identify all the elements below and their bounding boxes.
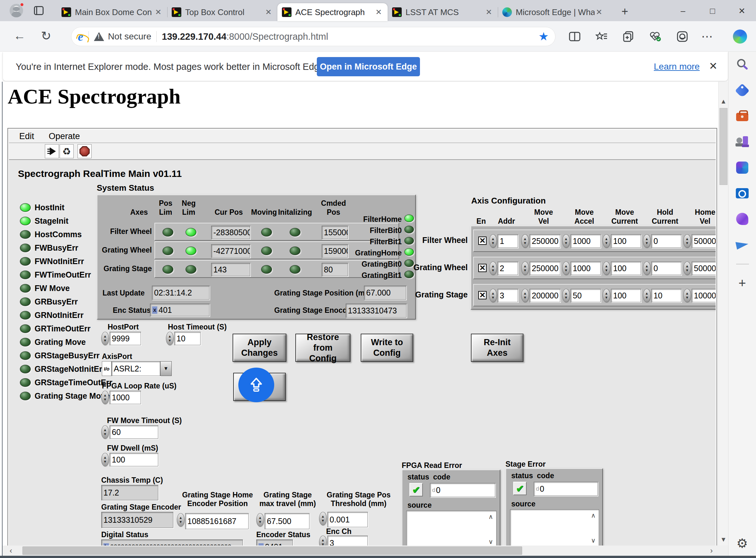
workspaces-icon[interactable] [34,6,44,15]
maximize-button[interactable]: □ [703,4,721,17]
move-vel-spinner[interactable]: ▲▼ [521,234,529,248]
move-current-spinner[interactable]: ▲▼ [602,289,610,302]
vertical-scrollbar[interactable]: ▲ ▼ [718,82,728,546]
close-icon[interactable]: ✕ [484,8,493,17]
close-icon[interactable]: ✕ [595,8,603,17]
addr-spinner[interactable]: ▲▼ [489,234,497,248]
close-icon[interactable]: ✕ [264,8,273,17]
gs-pos-threshold-field[interactable]: 0.001 [327,512,368,527]
fw-dwell-spinner[interactable]: ▲▼ [101,453,109,466]
enc-ch-field[interactable]: 3 [327,536,368,546]
hold-current-field[interactable]: 10 [651,289,681,302]
host-timeout-spinner[interactable]: ▲▼ [166,332,173,345]
outlook-icon[interactable] [735,186,749,200]
hold-current-field[interactable]: 0 [651,234,681,248]
copilot-icon[interactable] [732,28,748,45]
home-vel-spinner[interactable]: ▲▼ [683,289,691,302]
enable-checkbox[interactable] [478,236,487,245]
tab-main-box-dome[interactable]: Main Box Dome Con ✕ [57,3,167,21]
axis-port-field[interactable]: ASRL2: [111,361,160,376]
more-icon[interactable]: ⋯ [699,28,716,45]
add-icon[interactable]: + [735,276,749,290]
scrollbar-arrows[interactable]: ∧∨ [486,511,495,546]
move-vel-spinner[interactable]: ▲▼ [521,289,529,302]
tab-ace-spectrograph[interactable]: ACE Spectrograph ✕ [277,3,387,21]
hold-current-spinner[interactable]: ▲▼ [643,289,651,302]
hold-current-spinner[interactable]: ▲▼ [643,261,651,275]
settings-gear-icon[interactable]: ⚙ [735,536,749,550]
scroll-down-icon[interactable]: ▼ [719,534,728,545]
home-vel-field[interactable]: 50000 [692,261,716,275]
toolbox-icon[interactable] [735,110,749,124]
hold-current-field[interactable]: 0 [651,261,681,275]
enc-ch-spinner[interactable]: ▲▼ [319,536,327,546]
scrollbar-arrows[interactable]: ∧∨ [589,510,598,546]
axis-port-dropdown-button[interactable]: ▼ [160,361,172,376]
gs-max-travel-field[interactable]: 67.500 [265,513,309,529]
move-vel-field[interactable]: 200000 [530,289,560,302]
move-accel-spinner[interactable]: ▲▼ [562,234,570,248]
fw-move-timeout-field[interactable]: 60 [110,425,158,439]
enable-checkbox[interactable] [478,291,487,299]
minimize-button[interactable]: – [674,4,692,17]
back-icon[interactable]: ← [14,29,26,43]
new-tab-button[interactable]: + [621,6,628,17]
hold-current-spinner[interactable]: ▲▼ [643,234,651,248]
move-vel-spinner[interactable]: ▲▼ [521,261,529,275]
address-bar[interactable]: e Not secure 139.229.170.44:8000/Spectro… [71,27,556,46]
move-accel-spinner[interactable]: ▲▼ [562,261,570,275]
vertical-scroll-thumb[interactable] [720,108,728,185]
search-icon[interactable] [735,57,749,72]
learn-more-link[interactable]: Learn more [654,61,700,72]
browser-essentials-icon[interactable] [647,28,664,45]
close-icon[interactable]: ✕ [154,8,163,17]
run-button[interactable] [45,144,59,158]
scroll-left-icon[interactable]: ‹ [4,546,18,556]
scroll-right-icon[interactable]: › [704,546,719,556]
move-accel-field[interactable]: 1000 [570,234,601,248]
collections-icon[interactable] [620,28,637,45]
move-accel-field[interactable]: 50 [570,289,601,302]
move-current-field[interactable]: 100 [611,234,641,248]
home-vel-field[interactable]: 100000 [692,289,716,302]
menu-edit[interactable]: Edit [19,131,34,141]
addr-spinner[interactable]: ▲▼ [489,261,497,275]
gs-home-encoder-position-spinner[interactable]: ▲▼ [177,513,185,527]
addr-field[interactable]: 2 [497,261,518,275]
url-text[interactable]: 139.229.170.44:8000/Spectrograph.html [162,31,328,42]
fw-dwell-field[interactable]: 100 [110,453,158,466]
host-port-field[interactable]: 9999 [110,332,141,345]
tab-microsoft-edge[interactable]: Microsoft Edge | Wha ✕ [498,3,608,21]
reinit-axes-button[interactable]: Re-Init Axes [471,334,523,362]
fw-move-timeout-spinner[interactable]: ▲▼ [101,425,109,439]
close-icon[interactable]: ✕ [374,8,383,17]
move-vel-field[interactable]: 250000 [530,261,560,275]
move-current-spinner[interactable]: ▲▼ [602,234,610,248]
move-vel-field[interactable]: 250000 [530,234,560,248]
fpga-loop-rate-field[interactable]: 1000 [110,391,141,404]
split-screen-icon[interactable] [566,28,583,45]
gs-max-travel-spinner[interactable]: ▲▼ [256,513,264,527]
move-current-field[interactable]: 100 [611,289,641,302]
open-in-edge-button[interactable]: Open in Microsoft Edge [317,57,420,76]
tab-top-box-control[interactable]: Top Box Control ✕ [167,3,277,21]
menu-operate[interactable]: Operate [49,131,80,141]
home-vel-spinner[interactable]: ▲▼ [683,261,691,275]
bookmark-star-icon[interactable]: ★ [539,30,549,43]
office-icon[interactable] [735,160,749,175]
write-to-config-button[interactable]: Write to Config [361,334,413,362]
fpga-loop-rate-spinner[interactable]: ▲▼ [101,391,109,404]
addr-spinner[interactable]: ▲▼ [489,289,497,302]
abort-button[interactable] [78,144,91,158]
window-close-button[interactable]: ✕ [733,4,751,17]
security-label[interactable]: Not secure [108,31,151,42]
scroll-up-icon[interactable]: ▲ [719,96,728,107]
host-timeout-field[interactable]: 10 [174,332,200,345]
gs-pos-threshold-spinner[interactable]: ▲▼ [319,512,327,525]
addr-field[interactable]: 3 [497,289,518,302]
banner-close-icon[interactable]: ✕ [709,60,718,72]
move-accel-field[interactable]: 1000 [570,261,601,275]
addr-field[interactable]: 1 [497,234,518,248]
refresh-icon[interactable]: ↻ [41,29,51,43]
messaging-icon[interactable] [735,237,749,252]
